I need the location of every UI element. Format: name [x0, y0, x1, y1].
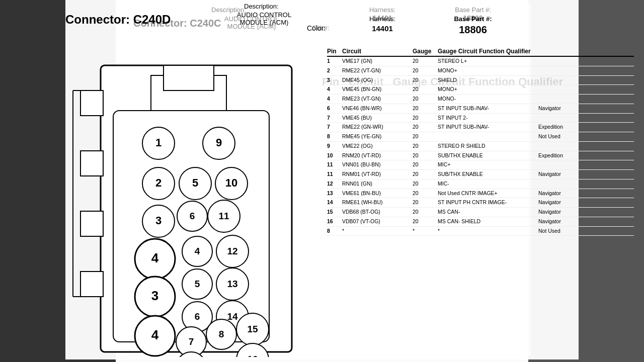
connector-diagram: 1 9 2 5 10 3 6 11 4 4 12 5 13 3 6 14 4 7… [70, 50, 317, 359]
cell-qualifier [538, 67, 604, 75]
cell-circuit: RME22 (VT-GN) [342, 67, 413, 75]
cell-pin: 15 [327, 208, 342, 216]
svg-text:6: 6 [190, 211, 195, 221]
cell-pin: 16 [327, 218, 342, 226]
cell-gauge: 20 [413, 152, 438, 160]
table-row: 12 RNN01 (GN) 20 MIC- [327, 179, 634, 189]
cell-qualifier: Navigator [538, 170, 604, 178]
cell-function: Not Used CNTR IMAGE+ [438, 190, 538, 198]
table-rows: 1 VME17 (GN) 20 STEREO L+ 2 RME22 (VT-GN… [327, 57, 634, 236]
harness-val-fg: 14401 [362, 24, 403, 33]
cell-qualifier [538, 180, 604, 188]
cell-function: MONO- [438, 95, 538, 103]
cell-pin: 6 [327, 105, 342, 113]
cell-circuit: VME61 (BN-BU) [342, 190, 413, 198]
cell-circuit: VDB68 (BT-OG) [342, 208, 413, 216]
cell-circuit: VME22 (OG) [342, 142, 413, 150]
cell-circuit: VNE46 (BN-WR) [342, 105, 413, 113]
cell-pin: 9 [327, 142, 342, 150]
cell-function: SUB/THX ENABLE [438, 152, 538, 160]
cell-pin: 7 [327, 123, 342, 131]
table-row: 3 DME45 (OG) 20 SHIELD [327, 76, 634, 85]
cell-qualifier: Not Used [538, 133, 604, 141]
cell-gauge: 20 [413, 76, 438, 84]
cell-function: MONO+ [438, 67, 538, 75]
cell-gauge: 20 [413, 142, 438, 150]
cell-function: * [438, 227, 538, 235]
cell-pin: 4 [327, 85, 342, 94]
cell-pin: 8 [327, 133, 342, 141]
color-label-fg: Color: [307, 24, 326, 32]
cell-circuit: RME61 (WH-BU) [342, 199, 413, 207]
cell-circuit: DME45 (OG) [342, 76, 413, 84]
cell-qualifier: Navigator [538, 208, 604, 216]
svg-text:5: 5 [195, 279, 200, 289]
svg-rect-4 [80, 272, 103, 297]
cell-pin: 11 [327, 170, 342, 178]
cell-circuit: RNM20 (VT-RD) [342, 152, 413, 160]
cell-function: MONO+ [438, 85, 538, 94]
basepart-label-bg: Base Part #: [443, 6, 503, 14]
cell-qualifier: Navigator [538, 199, 604, 207]
connector-id-fg: Connector: C240D [65, 13, 171, 27]
cell-qualifier [538, 95, 604, 103]
cell-circuit: VNN01 (BU-BN) [342, 161, 413, 169]
table-row: 13 VME61 (BN-BU) 20 Not Used CNTR IMAGE+… [327, 189, 634, 199]
cell-gauge: 20 [413, 190, 438, 198]
basepart-val-fg: 18806 [443, 24, 503, 36]
cell-function: STEREO L+ [438, 57, 538, 65]
cell-gauge: 20 [413, 67, 438, 75]
cell-gauge: 20 [413, 180, 438, 188]
table-header-row: Pin Circuit Gauge Gauge Circuit Function… [327, 48, 634, 57]
cell-circuit: VDB07 (VT-OG) [342, 218, 413, 226]
cell-gauge: 20 [413, 105, 438, 113]
cell-circuit: RNN01 (GN) [342, 180, 413, 188]
table-row: 6 VNE46 (BN-WR) 20 ST INPUT SUB-/NAV- Na… [327, 104, 634, 114]
col-header-function: Gauge Circuit Function Qualifier [438, 48, 579, 55]
table-row: 14 RME61 (WH-BU) 20 ST INPUT PH CNTR IMA… [327, 198, 634, 208]
cell-qualifier [538, 142, 604, 150]
table-row: 10 RNM20 (VT-RD) 20 SUB/THX ENABLE Exped… [327, 151, 634, 161]
cell-qualifier: Navigator [538, 105, 604, 113]
cell-function: ST INPUT SUB-/NAV- [438, 123, 538, 131]
pin-table-container: Pin Circuit Gauge Circuit Function Quali… [327, 48, 634, 236]
svg-text:2: 2 [155, 176, 162, 189]
cell-pin: 7 [327, 114, 342, 122]
cell-gauge: 20 [413, 208, 438, 216]
cell-function: MS CAN- [438, 208, 538, 216]
svg-rect-1 [80, 90, 103, 116]
cell-gauge: 20 [413, 95, 438, 103]
table-row: 15 VDB68 (BT-OG) 20 MS CAN- Navigator [327, 208, 634, 217]
svg-text:15: 15 [247, 324, 258, 334]
svg-rect-10 [164, 65, 214, 90]
cell-circuit: VME45 (BN-GN) [342, 85, 413, 94]
svg-text:4: 4 [151, 327, 159, 342]
cell-gauge: 20 [413, 57, 438, 65]
cell-pin: 4 [327, 95, 342, 103]
svg-text:4: 4 [151, 250, 159, 265]
cell-gauge: 20 [413, 114, 438, 122]
table-row: 9 VME22 (OG) 20 STEREO R SHIELD [327, 142, 634, 151]
cell-function: MIC+ [438, 161, 538, 169]
cell-function [438, 133, 538, 141]
cell-pin: 10 [327, 152, 342, 160]
svg-text:6: 6 [195, 311, 200, 322]
table-row: 4 RME23 (VT-GN) 20 MONO- [327, 95, 634, 104]
cell-gauge: 20 [413, 85, 438, 94]
cell-pin: 1 [327, 57, 342, 65]
cell-circuit: RME45 (YE-GN) [342, 133, 413, 141]
cell-qualifier [538, 114, 604, 122]
cell-qualifier [538, 85, 604, 94]
harness-label-fg: Harness: [362, 15, 403, 23]
cell-qualifier [538, 57, 604, 65]
cell-gauge: 20 [413, 161, 438, 169]
svg-text:12: 12 [227, 246, 237, 256]
svg-rect-3 [80, 211, 103, 236]
cell-function: STEREO R SHIELD [438, 142, 538, 150]
cell-qualifier: Navigator [538, 218, 604, 226]
table-row: 11 RNM01 (VT-RD) 20 SUB/THX ENABLE Navig… [327, 170, 634, 179]
cell-circuit: * [342, 227, 413, 235]
cell-qualifier [538, 161, 604, 169]
table-row: 2 RME22 (VT-GN) 20 MONO+ [327, 66, 634, 76]
cell-function: ST INPUT SUB-/NAV- [438, 105, 538, 113]
